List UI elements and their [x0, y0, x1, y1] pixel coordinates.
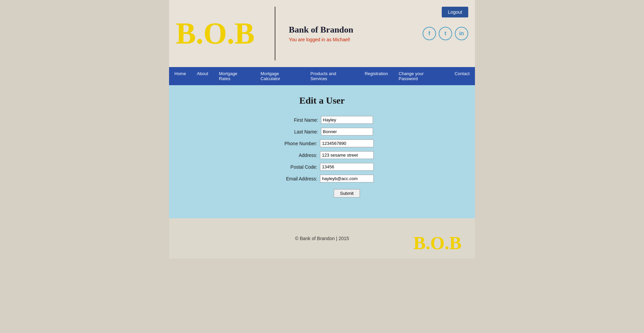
address-input[interactable]: [320, 151, 374, 159]
bank-info: Bank of Brandon You are logged in as Mic…: [285, 25, 423, 42]
email-row: Email Address:: [176, 175, 468, 182]
logo-section: B.O.B: [176, 18, 265, 49]
facebook-icon[interactable]: f: [423, 27, 436, 40]
bank-name: Bank of Brandon: [289, 25, 423, 35]
phone-input[interactable]: [320, 140, 374, 147]
nav-home[interactable]: Home: [169, 67, 192, 85]
submit-button[interactable]: Submit: [334, 189, 360, 198]
phone-row: Phone Number:: [176, 140, 468, 147]
address-label: Address:: [270, 153, 317, 158]
first-name-input[interactable]: [321, 116, 373, 124]
postal-input[interactable]: [320, 163, 374, 171]
first-name-row: First Name:: [176, 116, 468, 124]
nav-mortgage-rates[interactable]: Mortgage Rates: [214, 67, 255, 85]
linkedin-icon[interactable]: in: [455, 27, 468, 40]
footer-logo: B.O.B: [413, 232, 462, 254]
navbar: Home About Mortgage Rates Mortgage Calcu…: [169, 67, 475, 85]
header-divider: [275, 7, 275, 60]
postal-label: Postal Code:: [270, 164, 317, 170]
edit-user-form: First Name: Last Name: Phone Number: Add…: [176, 116, 468, 202]
social-icons: f t in: [423, 27, 468, 40]
postal-row: Postal Code:: [176, 163, 468, 171]
nav-contact[interactable]: Contact: [449, 67, 475, 85]
email-label: Email Address:: [270, 176, 317, 181]
nav-change-password[interactable]: Change your Password: [393, 67, 449, 85]
main-content: Edit a User First Name: Last Name: Phone…: [169, 85, 475, 218]
submit-row: Submit: [176, 186, 468, 198]
logout-button[interactable]: Logout: [442, 7, 468, 17]
nav-mortgage-calculator[interactable]: Mortgage Calculator: [255, 67, 305, 85]
email-input[interactable]: [320, 175, 374, 182]
footer-copyright: © Bank of Brandon | 2015: [295, 236, 349, 241]
last-name-label: Last Name:: [271, 129, 318, 134]
last-name-input[interactable]: [321, 128, 373, 135]
last-name-row: Last Name:: [176, 128, 468, 135]
logged-in-text: You are logged in as Michael!: [289, 37, 423, 42]
footer: © Bank of Brandon | 2015 B.O.B: [169, 218, 475, 259]
phone-label: Phone Number:: [270, 141, 317, 146]
first-name-label: First Name:: [271, 117, 318, 123]
header-logo: B.O.B: [176, 18, 255, 49]
address-row: Address:: [176, 151, 468, 159]
page-title: Edit a User: [176, 95, 468, 106]
nav-products-services[interactable]: Products and Services: [305, 67, 360, 85]
header: B.O.B Bank of Brandon You are logged in …: [169, 0, 475, 67]
nav-registration[interactable]: Registration: [359, 67, 393, 85]
twitter-icon[interactable]: t: [439, 27, 452, 40]
nav-about[interactable]: About: [192, 67, 214, 85]
